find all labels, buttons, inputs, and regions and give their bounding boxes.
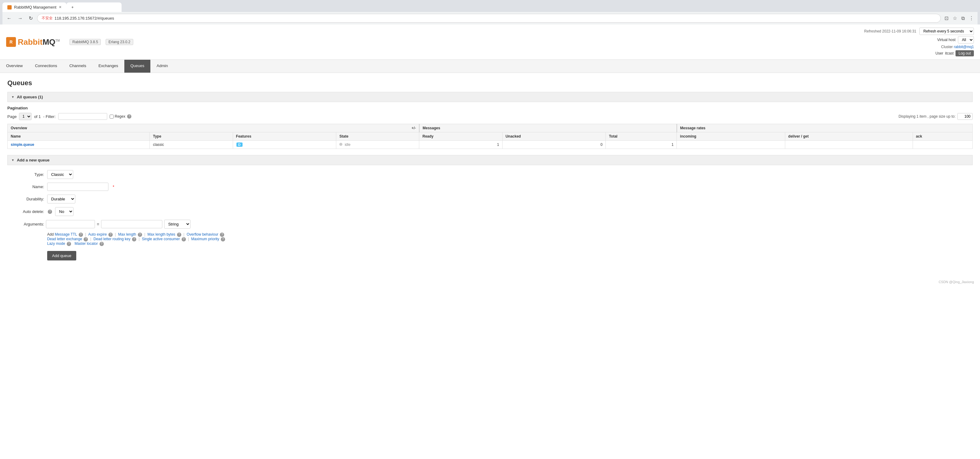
max-length-bytes-help-icon[interactable]: ?: [177, 233, 181, 237]
nav-queues[interactable]: Queues: [124, 60, 151, 73]
args-eq: =: [97, 222, 99, 227]
regex-label: Regex ?: [110, 114, 132, 119]
nav-connections[interactable]: Connections: [29, 60, 63, 73]
cluster-row: Cluster rabbit@mq1: [941, 45, 974, 49]
dead-letter-routing-key-help-icon[interactable]: ?: [132, 237, 136, 241]
arguments-label: Arguments:: [7, 222, 44, 226]
all-queues-section-header[interactable]: ▼ All queues (1): [7, 92, 973, 102]
lazy-mode-help-icon[interactable]: ?: [67, 242, 71, 246]
single-active-consumer-help-icon[interactable]: ?: [181, 237, 186, 241]
page-title: Queues: [7, 79, 973, 87]
displaying-label: Displaying 1 item , page size up to:: [899, 114, 956, 119]
auto-delete-select[interactable]: No Yes: [55, 207, 73, 216]
queue-type: classic: [153, 142, 164, 147]
row-deliver-get: [785, 141, 913, 149]
browser-tabs: RabbitMQ Management ✕ +: [2, 2, 978, 12]
filter-input[interactable]: [58, 113, 107, 120]
active-tab[interactable]: RabbitMQ Management ✕: [2, 2, 67, 12]
plus-minus-button[interactable]: +/-: [412, 126, 416, 130]
new-tab-button[interactable]: +: [67, 2, 122, 12]
row-unacked: 0: [502, 141, 606, 149]
type-select[interactable]: Classic Quorum: [47, 170, 73, 179]
overflow-behaviour-help-icon[interactable]: ?: [220, 233, 224, 237]
cluster-name[interactable]: rabbit@mq1: [954, 45, 974, 49]
logo-full-text: RabbitMQTM: [18, 37, 60, 47]
message-ttl-help-icon[interactable]: ?: [79, 233, 83, 237]
add-max-length-link[interactable]: Max length: [118, 232, 136, 237]
name-input[interactable]: [47, 183, 108, 191]
reload-button[interactable]: ↻: [27, 14, 35, 22]
th-total: Total: [606, 132, 677, 141]
row-state: idle: [336, 141, 419, 149]
message-rates-group-header: Message rates: [677, 124, 973, 132]
all-queues-section: ▼ All queues (1) Pagination Page 1 of 1 …: [7, 92, 973, 149]
max-length-help-icon[interactable]: ?: [138, 233, 142, 237]
rabbitmq-version: RabbitMQ 3.8.5: [70, 39, 101, 45]
auto-delete-row: Auto delete: ? No Yes: [7, 207, 973, 216]
th-state: State: [336, 132, 419, 141]
bookmark-icon[interactable]: ☆: [951, 14, 958, 22]
add-max-length-bytes-link[interactable]: Max length bytes: [148, 232, 175, 237]
dead-letter-exchange-help-icon[interactable]: ?: [84, 237, 88, 241]
browser-actions: ⊡ ☆ ⧉ ⋮: [943, 14, 975, 22]
row-total: 1: [606, 141, 677, 149]
menu-icon[interactable]: ⋮: [968, 14, 975, 22]
logo-icon: R: [6, 37, 16, 47]
add-overflow-behaviour-link[interactable]: Overflow behaviour: [186, 232, 218, 237]
section-arrow-icon: ▼: [11, 95, 14, 99]
footer-text: CSDN @Qing_Jiaxiong: [939, 280, 974, 284]
page-select[interactable]: 1: [19, 113, 32, 120]
th-incoming: incoming: [677, 132, 785, 141]
name-label: Name:: [7, 185, 44, 189]
nav-admin[interactable]: Admin: [150, 60, 174, 73]
of-label: of 1: [34, 114, 41, 119]
footer: CSDN @Qing_Jiaxiong: [0, 277, 980, 286]
extensions-icon[interactable]: ⧉: [960, 14, 966, 22]
overview-group-header: Overview +/-: [8, 124, 419, 132]
add-message-ttl-link[interactable]: Message TTL: [55, 232, 77, 237]
row-type: classic: [150, 141, 233, 149]
refresh-select[interactable]: Refresh every 5 seconds Refresh every 10…: [920, 27, 974, 35]
message-rates-group-label: Message rates: [680, 126, 706, 130]
auto-delete-help-icon[interactable]: ?: [48, 210, 52, 214]
durability-select[interactable]: Durable Transient: [47, 194, 75, 204]
vhost-label: Virtual host: [937, 38, 956, 42]
add-auto-expire-link[interactable]: Auto expire: [88, 232, 107, 237]
add-queue-button[interactable]: Add queue: [47, 251, 76, 260]
args-key-input[interactable]: [46, 220, 95, 228]
add-dead-letter-exchange-link[interactable]: Dead letter exchange: [47, 237, 82, 241]
args-val-input[interactable]: [101, 220, 162, 228]
logo-tm: TM: [56, 39, 60, 42]
add-dead-letter-routing-key-link[interactable]: Dead letter routing key: [94, 237, 130, 241]
auto-expire-help-icon[interactable]: ?: [108, 233, 113, 237]
args-type-select[interactable]: String Number Boolean List: [164, 220, 191, 229]
close-tab-icon[interactable]: ✕: [59, 5, 62, 9]
regex-text: Regex: [115, 114, 126, 119]
nav-exchanges[interactable]: Exchanges: [92, 60, 124, 73]
queue-name-link[interactable]: simple.queue: [11, 142, 34, 147]
add-queue-section-header[interactable]: ▼ Add a new queue: [7, 155, 973, 165]
browser-toolbar: ← → ↻ 不安全 118.195.235.176:15672/#/queues…: [2, 12, 978, 24]
add-maximum-priority-link[interactable]: Maximum priority: [191, 237, 219, 241]
vhost-select[interactable]: All: [958, 36, 974, 43]
cast-icon[interactable]: ⊡: [943, 14, 950, 22]
nav-overview[interactable]: Overview: [0, 60, 29, 73]
durability-row: Durability: Durable Transient: [7, 194, 973, 204]
page-size-input[interactable]: [957, 113, 973, 120]
regex-checkbox[interactable]: [110, 115, 114, 119]
add-lazy-mode-link[interactable]: Lazy mode: [47, 241, 65, 246]
forward-button[interactable]: →: [16, 14, 24, 22]
app: R RabbitMQTM RabbitMQ 3.8.5 Erlang 23.0.…: [0, 24, 980, 459]
add-links-area: Add Message TTL ? | Auto expire ? | Max …: [7, 232, 973, 246]
add-single-active-consumer-link[interactable]: Single active consumer: [142, 237, 180, 241]
regex-help-icon[interactable]: ?: [127, 114, 131, 119]
back-button[interactable]: ←: [5, 14, 13, 22]
master-locator-help-icon[interactable]: ?: [100, 242, 104, 246]
logout-button[interactable]: Log out: [956, 50, 974, 56]
maximum-priority-help-icon[interactable]: ?: [221, 237, 225, 241]
feature-badge-d: D: [236, 142, 243, 147]
all-queues-label: All queues (1): [17, 95, 43, 99]
address-bar[interactable]: 不安全 118.195.235.176:15672/#/queues: [37, 14, 941, 23]
nav-channels[interactable]: Channels: [63, 60, 92, 73]
add-master-locator-link[interactable]: Master locator: [75, 241, 98, 246]
